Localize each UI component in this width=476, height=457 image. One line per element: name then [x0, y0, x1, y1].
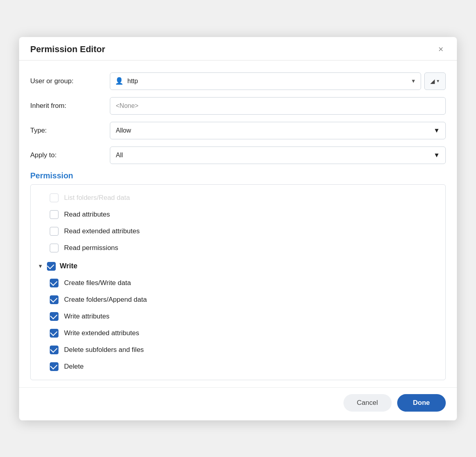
dialog-footer: Cancel Done: [19, 387, 457, 420]
perm-label-delete-subfolders: Delete subfolders and files: [64, 346, 144, 354]
filter-dropdown-arrow: ▼: [436, 79, 440, 83]
user-select-value: http: [127, 78, 411, 85]
inherit-from-label: Inherit from:: [30, 102, 110, 110]
perm-item-delete-subfolders: Delete subfolders and files: [31, 342, 445, 358]
filter-button[interactable]: ◢ ▼: [424, 72, 446, 90]
done-button[interactable]: Done: [397, 394, 446, 412]
cancel-button[interactable]: Cancel: [343, 394, 392, 412]
apply-to-value: All: [116, 152, 123, 159]
perm-label-list-folders: List folders/Read data: [64, 194, 130, 202]
type-select[interactable]: Allow ▼: [110, 122, 446, 139]
checkbox-delete-subfolders[interactable]: [50, 346, 59, 354]
user-select[interactable]: 👤 http ▼: [110, 72, 421, 90]
dialog-title: Permission Editor: [30, 44, 105, 55]
close-button[interactable]: ×: [436, 44, 446, 55]
dialog-header: Permission Editor ×: [19, 37, 457, 61]
apply-to-chevron: ▼: [433, 152, 440, 159]
type-row: Type: Allow ▼: [30, 122, 446, 139]
user-or-group-label: User or group:: [30, 77, 110, 85]
write-group-chevron: ▼: [38, 263, 43, 269]
perm-item-create-files: Create files/Write data: [31, 275, 445, 291]
write-group-label: Write: [60, 262, 78, 270]
perm-label-read-ext-attributes: Read extended attributes: [64, 227, 140, 235]
type-label: Type:: [30, 127, 110, 135]
type-chevron: ▼: [433, 127, 440, 134]
perm-item-delete: Delete: [31, 358, 445, 375]
apply-to-select[interactable]: All ▼: [110, 146, 446, 164]
permissions-list: List folders/Read data Read attributes R…: [30, 184, 446, 380]
checkbox-create-folders[interactable]: [50, 295, 59, 304]
perm-label-create-folders: Create folders/Append data: [64, 296, 147, 304]
perm-label-write-ext-attributes: Write extended attributes: [64, 329, 139, 337]
checkbox-read-attributes[interactable]: [50, 210, 59, 219]
filter-icon: ◢: [430, 78, 435, 85]
perm-label-create-files: Create files/Write data: [64, 279, 131, 287]
checkbox-read-permissions[interactable]: [50, 244, 59, 252]
checkbox-write-ext-attributes[interactable]: [50, 329, 59, 338]
user-icon: 👤: [115, 77, 123, 85]
apply-to-row: Apply to: All ▼: [30, 146, 446, 164]
inherit-from-row: Inherit from: <None>: [30, 97, 446, 115]
apply-to-control: All ▼: [110, 146, 446, 164]
checkbox-write-group[interactable]: [47, 262, 56, 271]
checkbox-write-attributes[interactable]: [50, 312, 59, 321]
write-group-header[interactable]: ▼ Write: [31, 258, 445, 275]
perm-label-delete: Delete: [64, 363, 84, 371]
dialog-body: User or group: 👤 http ▼ ◢ ▼ Inherit from…: [19, 61, 457, 387]
permission-editor-dialog: Permission Editor × User or group: 👤 htt…: [19, 37, 457, 420]
checkbox-read-ext-attributes[interactable]: [50, 227, 59, 236]
user-select-chevron: ▼: [411, 78, 416, 84]
permission-section-label: Permission: [30, 171, 446, 180]
inherit-from-input[interactable]: <None>: [110, 97, 446, 115]
perm-item-read-permissions: Read permissions: [31, 240, 445, 256]
checkbox-list-folders[interactable]: [50, 193, 59, 202]
user-or-group-control: 👤 http ▼ ◢ ▼: [110, 72, 446, 90]
perm-label-write-attributes: Write attributes: [64, 312, 109, 320]
checkbox-create-files[interactable]: [50, 279, 59, 287]
checkbox-delete[interactable]: [50, 362, 59, 371]
inherit-from-value: <None>: [116, 102, 139, 109]
type-value: Allow: [116, 127, 131, 134]
type-control: Allow ▼: [110, 122, 446, 139]
user-or-group-row: User or group: 👤 http ▼ ◢ ▼: [30, 72, 446, 90]
perm-item-read-attributes: Read attributes: [31, 206, 445, 223]
perm-item-read-ext-attributes: Read extended attributes: [31, 223, 445, 240]
perm-label-read-attributes: Read attributes: [64, 211, 110, 219]
perm-label-read-permissions: Read permissions: [64, 244, 118, 252]
perm-item-create-folders: Create folders/Append data: [31, 291, 445, 308]
perm-item-list-folders: List folders/Read data: [31, 189, 445, 206]
inherit-from-control: <None>: [110, 97, 446, 115]
apply-to-label: Apply to:: [30, 151, 110, 159]
perm-item-write-ext-attributes: Write extended attributes: [31, 325, 445, 342]
perm-item-write-attributes: Write attributes: [31, 308, 445, 325]
